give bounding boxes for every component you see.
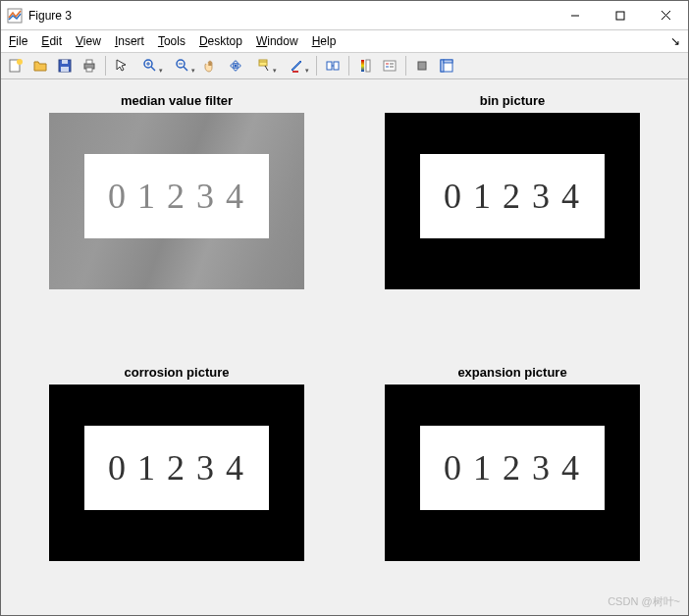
collapse-toolbar-icon[interactable]: ↘	[670, 34, 680, 48]
app-icon	[7, 8, 23, 24]
pan-icon[interactable]	[200, 55, 222, 77]
plate-digits: 01234	[98, 176, 255, 217]
svg-rect-9	[61, 67, 69, 72]
plate-image: 01234	[84, 426, 269, 510]
subplot-4: expansion picture 01234	[364, 365, 661, 601]
menu-help[interactable]: Help	[312, 34, 337, 48]
maximize-button[interactable]	[598, 1, 643, 30]
plate-digits: 01234	[434, 447, 591, 488]
toolbar-separator	[405, 56, 406, 76]
minimize-button[interactable]	[553, 1, 598, 30]
save-icon[interactable]	[54, 55, 76, 77]
axes-bin[interactable]: 01234	[385, 113, 640, 289]
menu-file[interactable]: File	[9, 34, 27, 48]
axes-median-filter[interactable]: 01234	[49, 113, 304, 289]
svg-rect-29	[361, 60, 364, 72]
svg-rect-39	[444, 60, 452, 63]
menu-edit[interactable]: Edit	[41, 34, 62, 48]
svg-rect-25	[292, 71, 298, 73]
pointer-icon[interactable]	[111, 55, 132, 77]
svg-rect-12	[86, 68, 92, 72]
svg-rect-11	[86, 60, 92, 64]
svg-rect-2	[616, 12, 624, 20]
figure-window: Figure 3 File Edit View Insert Tools Des…	[0, 0, 689, 616]
svg-rect-30	[366, 60, 370, 72]
menu-insert[interactable]: Insert	[115, 34, 144, 48]
toolbar-separator	[348, 56, 349, 76]
plate-digits: 01234	[98, 447, 255, 488]
axes-corrosion[interactable]: 01234	[49, 385, 304, 561]
figure-canvas: median value filter 01234 bin picture 01…	[1, 79, 688, 615]
plate-image: 01234	[420, 426, 605, 510]
axes-expansion[interactable]: 01234	[385, 385, 640, 561]
plate-image: 01234	[420, 154, 605, 238]
plate-digits: 01234	[434, 176, 591, 217]
subplot-1: median value filter 01234	[28, 93, 325, 330]
watermark: CSDN @树叶~	[608, 594, 680, 609]
subplot-1-title: median value filter	[121, 93, 233, 109]
svg-rect-8	[62, 60, 68, 64]
subplot-3: corrosion picture 01234	[28, 365, 325, 601]
subplot-3-title: corrosion picture	[125, 365, 230, 381]
svg-line-14	[151, 67, 155, 71]
toolbar-separator	[316, 56, 317, 76]
insert-colorbar-icon[interactable]	[354, 55, 376, 77]
zoom-out-icon[interactable]	[168, 55, 197, 77]
toolbar	[1, 52, 688, 79]
rotate-3d-icon[interactable]	[225, 55, 246, 77]
new-figure-icon[interactable]	[5, 55, 26, 77]
window-title: Figure 3	[28, 9, 72, 23]
brush-icon[interactable]	[282, 55, 311, 77]
menu-view[interactable]: View	[76, 34, 101, 48]
svg-line-18	[184, 67, 187, 71]
subplot-2-title: bin picture	[480, 93, 545, 109]
menu-tools[interactable]: Tools	[158, 34, 186, 48]
plate-image: 01234	[84, 154, 269, 238]
open-file-icon[interactable]	[29, 55, 51, 77]
menu-desktop[interactable]: Desktop	[199, 34, 242, 48]
svg-point-6	[17, 59, 23, 65]
menu-window[interactable]: Window	[256, 34, 298, 48]
menubar: File Edit View Insert Tools Desktop Wind…	[1, 30, 688, 52]
link-plot-icon[interactable]	[322, 55, 344, 77]
toolbar-separator	[105, 56, 106, 76]
svg-rect-31	[384, 61, 396, 71]
subplot-2: bin picture 01234	[364, 93, 661, 330]
svg-rect-26	[327, 62, 332, 70]
zoom-in-icon[interactable]	[135, 55, 165, 77]
svg-rect-36	[418, 62, 426, 70]
titlebar: Figure 3	[1, 1, 688, 30]
show-plot-tools-icon[interactable]	[436, 55, 457, 77]
svg-rect-23	[259, 60, 267, 66]
window-controls	[553, 1, 688, 30]
hide-plot-tools-icon[interactable]	[411, 55, 433, 77]
insert-legend-icon[interactable]	[379, 55, 400, 77]
svg-rect-27	[334, 62, 339, 70]
data-cursor-icon[interactable]	[249, 55, 279, 77]
subplot-4-title: expansion picture	[457, 365, 566, 381]
close-button[interactable]	[643, 1, 688, 30]
print-icon[interactable]	[79, 55, 100, 77]
svg-point-22	[235, 65, 238, 68]
